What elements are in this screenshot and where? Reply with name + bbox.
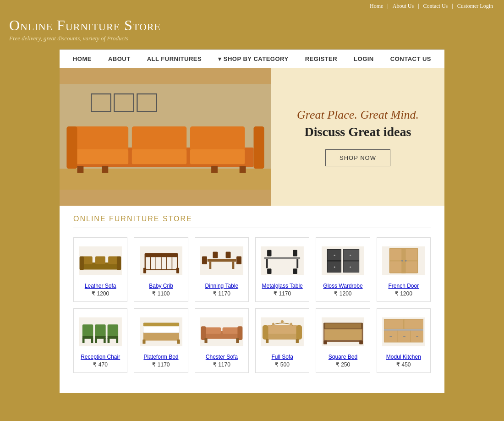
svg-rect-124: [403, 336, 405, 337]
svg-rect-121: [384, 319, 403, 328]
svg-rect-95: [237, 326, 242, 340]
svg-rect-113: [323, 341, 327, 344]
svg-rect-122: [404, 319, 423, 328]
nav-home[interactable]: HOME: [65, 50, 100, 68]
product-name-reception-chair: Reception Chair: [77, 354, 124, 360]
product-price-square-bed: ₹ 250: [319, 361, 367, 368]
products-section: ONLINE FURNITURE STORE Leather Sofa: [60, 206, 444, 393]
svg-rect-33: [143, 268, 146, 273]
product-price-full-sofa: ₹ 500: [258, 361, 306, 368]
svg-rect-66: [390, 262, 403, 273]
svg-rect-12: [66, 126, 77, 169]
svg-rect-36: [208, 259, 236, 262]
svg-rect-123: [389, 336, 392, 337]
nav-shop-by-category[interactable]: ▾ SHOP BY CATEGORY: [210, 50, 297, 68]
svg-rect-80: [95, 338, 97, 343]
product-price-plateform-bed: ₹ 1170: [137, 361, 185, 368]
product-img-full-sofa: [258, 313, 306, 350]
svg-point-61: [350, 267, 351, 268]
product-img-chester-sofa: [198, 313, 246, 350]
svg-rect-55: [343, 250, 359, 260]
svg-point-59: [350, 255, 351, 256]
svg-rect-48: [293, 250, 297, 257]
product-name-leather-sofa: Leather Sofa: [77, 283, 124, 289]
product-name-french-door: French Door: [380, 283, 427, 289]
product-reception-chair[interactable]: Reception Chair ₹ 470: [73, 308, 127, 373]
topbar-contact[interactable]: Contact Us: [423, 3, 448, 9]
product-gloss-wardrobe[interactable]: Gloss Wardrobe ₹ 1200: [316, 237, 370, 302]
svg-point-69: [401, 260, 403, 262]
hero-line2: Discuss Great ideas: [290, 125, 426, 139]
product-dinning-table[interactable]: Dinning Table ₹ 1170: [195, 237, 249, 302]
svg-rect-21: [95, 257, 105, 264]
svg-rect-9: [74, 149, 128, 164]
svg-rect-49: [267, 268, 271, 274]
svg-rect-13: [254, 126, 264, 169]
product-price-modul-kitchen: ₹ 450: [380, 361, 427, 368]
hero-sofa-area: [60, 68, 271, 206]
svg-rect-110: [324, 329, 362, 340]
nav-about[interactable]: ABOUT: [100, 50, 139, 68]
product-metalglass-table[interactable]: Metalglass Table ₹ 1170: [255, 237, 309, 302]
svg-rect-16: [211, 166, 218, 173]
svg-rect-101: [263, 325, 268, 339]
svg-rect-114: [359, 341, 363, 344]
nav-contact-us[interactable]: CONTACT US: [382, 50, 439, 68]
topbar-about[interactable]: About Us: [393, 3, 414, 9]
svg-rect-27: [145, 253, 177, 257]
svg-rect-10: [132, 149, 186, 164]
product-french-door[interactable]: French Door ₹ 1200: [377, 237, 431, 302]
product-price-baby-crib: ₹ 1100: [137, 290, 185, 297]
product-leather-sofa[interactable]: Leather Sofa ₹ 1200: [73, 237, 127, 302]
svg-rect-57: [343, 262, 359, 272]
nav-login[interactable]: LOGIN: [345, 50, 382, 68]
product-chester-sofa[interactable]: Chester Sofa ₹ 1170: [195, 308, 249, 373]
shop-now-button[interactable]: SHOP NOW: [325, 149, 390, 166]
header: Online Furniture Store Free delivery, gr…: [0, 12, 504, 49]
product-square-bed[interactable]: Square Bed ₹ 250: [316, 308, 370, 373]
product-img-reception-chair: [77, 313, 124, 350]
product-img-baby-crib: [137, 242, 185, 279]
svg-rect-42: [225, 252, 230, 258]
product-name-chester-sofa: Chester Sofa: [198, 354, 246, 360]
svg-rect-24: [117, 257, 121, 270]
product-full-sofa[interactable]: Full Sofa ₹ 500: [255, 308, 309, 373]
svg-rect-88: [142, 339, 145, 344]
svg-rect-34: [176, 268, 179, 273]
svg-rect-8: [190, 126, 245, 151]
nav-register[interactable]: REGISTER: [297, 50, 345, 68]
svg-rect-46: [296, 259, 298, 268]
product-price-leather-sofa: ₹ 1200: [77, 290, 124, 297]
svg-rect-40: [236, 257, 241, 264]
products-row-2: Reception Chair ₹ 470 Plateform Bed: [73, 308, 431, 373]
svg-rect-112: [325, 323, 361, 328]
top-bar: Home | About Us | Contact Us | Customer …: [0, 0, 504, 12]
product-modul-kitchen[interactable]: Modul Kitchen ₹ 450: [377, 308, 431, 373]
svg-rect-47: [267, 250, 271, 257]
product-plateform-bed[interactable]: Plateform Bed ₹ 1170: [134, 308, 188, 373]
topbar-home[interactable]: Home: [370, 3, 383, 9]
svg-rect-14: [77, 166, 84, 173]
svg-rect-67: [404, 262, 417, 273]
product-name-gloss-wardrobe: Gloss Wardrobe: [319, 283, 367, 289]
svg-rect-37: [209, 262, 211, 269]
svg-rect-7: [132, 126, 186, 151]
svg-rect-20: [82, 257, 93, 264]
svg-rect-72: [82, 324, 93, 337]
svg-rect-102: [296, 325, 302, 339]
svg-point-60: [334, 267, 335, 268]
product-baby-crib[interactable]: Baby Crib ₹ 1100: [134, 237, 188, 302]
nav-all-furnitures[interactable]: ALL FURNITURES: [139, 50, 210, 68]
product-price-chester-sofa: ₹ 1170: [198, 361, 246, 368]
svg-rect-85: [143, 332, 179, 341]
product-img-modul-kitchen: [380, 313, 427, 350]
product-img-gloss-wardrobe: [319, 242, 367, 279]
topbar-login[interactable]: Customer Login: [457, 3, 493, 9]
svg-point-103: [281, 320, 284, 323]
section-title: ONLINE FURNITURE STORE: [73, 215, 431, 228]
hero-banner: Great Place. Great Mind. Discuss Great i…: [60, 68, 444, 206]
svg-rect-78: [82, 338, 85, 343]
product-price-dinning-table: ₹ 1170: [198, 290, 246, 297]
svg-rect-100: [266, 325, 298, 334]
svg-rect-6: [74, 126, 128, 151]
